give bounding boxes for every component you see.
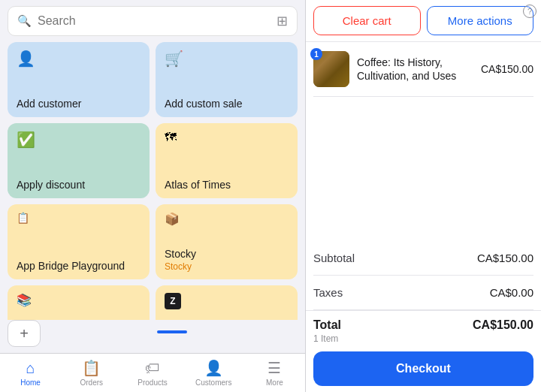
customers-icon: 👤	[204, 359, 223, 377]
grid-item-label: Add custom sale	[165, 98, 289, 110]
grid-item-add-custom-sale[interactable]: 🛒 Add custom sale	[156, 42, 298, 117]
customer-icon: 👤	[17, 50, 141, 68]
nav-item-orders[interactable]: 📋 Orders	[61, 356, 122, 390]
nav-item-customers[interactable]: 👤 Customers	[183, 356, 244, 390]
stocky-icon: 📦	[165, 212, 289, 226]
grid-view-icon[interactable]: ⊞	[277, 13, 288, 29]
grid-item-zapiet[interactable]: Z Zapiet View orders	[156, 285, 298, 320]
products-icon: 🏷	[145, 360, 160, 377]
subtotal-row: Subtotal CA$150.00	[313, 241, 533, 276]
summary-section: Subtotal CA$150.00 Taxes CA$0.00	[306, 241, 541, 310]
left-panel: 🔍 ⊞ 👤 Add customer 🛒 Add custom sale ✅ A…	[0, 0, 306, 392]
orders-icon: 📋	[82, 359, 101, 377]
grid-item-stackable[interactable]: 📚 Stackable Apply discounts	[8, 285, 150, 320]
bottom-nav: ⌂ Home 📋 Orders 🏷 Products 👤 Customers ☰…	[0, 353, 305, 392]
total-section: Total 1 Item CA$150.00 Checkout	[306, 310, 541, 392]
cart-items: 1 Coffee: Its History, Cultivation, and …	[306, 42, 541, 241]
add-row: +	[0, 320, 305, 353]
stackable-icon: 📚	[17, 293, 141, 307]
cart-item-row[interactable]: 1 Coffee: Its History, Cultivation, and …	[313, 42, 533, 97]
add-button[interactable]: +	[8, 320, 41, 347]
home-icon: ⌂	[26, 360, 35, 377]
grid-item-atlas-of-times[interactable]: 🗺 Atlas of Times	[156, 123, 298, 198]
grid-item-add-customer[interactable]: 👤 Add customer	[8, 42, 150, 117]
search-icon: 🔍	[17, 14, 32, 28]
right-panel: Clear cart More actions 1 Coffee: Its Hi…	[306, 0, 541, 392]
cart-item-name: Coffee: Its History, Cultivation, and Us…	[357, 56, 473, 83]
grid-item-label: App Bridge Playground	[17, 260, 141, 272]
grid-item-apply-discount[interactable]: ✅ Apply discount	[8, 123, 150, 198]
right-header: Clear cart More actions	[306, 0, 541, 42]
subtotal-value: CA$150.00	[477, 252, 533, 264]
search-bar: 🔍 ⊞	[8, 6, 298, 36]
nav-item-more[interactable]: ☰ More	[244, 356, 305, 390]
nav-label: More	[266, 378, 283, 387]
nav-label: Products	[138, 378, 167, 387]
more-actions-button[interactable]: More actions	[427, 6, 534, 35]
grid-item-label: Apply discount	[17, 179, 141, 191]
total-label: Total	[313, 318, 341, 332]
grid-item-label: Add customer	[17, 98, 141, 110]
discount-icon: ✅	[17, 131, 141, 149]
nav-label: Home	[20, 378, 41, 387]
grid-item-label: Atlas of Times	[165, 179, 289, 191]
search-input[interactable]	[38, 14, 270, 28]
grid-item-stocky[interactable]: 📦 Stocky Stocky	[156, 204, 298, 279]
clear-cart-button[interactable]: Clear cart	[313, 6, 421, 35]
checkout-button[interactable]: Checkout	[313, 351, 533, 386]
scroll-indicator	[157, 330, 187, 333]
more-icon: ☰	[267, 359, 281, 377]
atlas-icon: 🗺	[165, 131, 289, 144]
app-grid: 👤 Add customer 🛒 Add custom sale ✅ Apply…	[0, 42, 305, 320]
total-row: Total 1 Item CA$150.00	[313, 318, 533, 344]
quantity-badge: 1	[310, 48, 322, 60]
nav-item-products[interactable]: 🏷 Products	[122, 357, 183, 390]
zapiet-icon: Z	[165, 293, 181, 309]
subtotal-label: Subtotal	[313, 252, 355, 264]
cart-item-price: CA$150.00	[481, 63, 533, 75]
taxes-row: Taxes CA$0.00	[313, 276, 533, 310]
grid-item-sublabel: Stocky	[165, 261, 289, 272]
taxes-value: CA$0.00	[490, 286, 533, 299]
app-bridge-icon: 📋	[17, 212, 141, 224]
taxes-label: Taxes	[313, 286, 343, 299]
grid-item-app-bridge[interactable]: 📋 App Bridge Playground	[8, 204, 150, 279]
help-icon[interactable]: ?	[523, 5, 536, 18]
total-sublabel: 1 Item	[313, 333, 341, 344]
nav-item-home[interactable]: ⌂ Home	[0, 357, 61, 390]
total-value: CA$150.00	[473, 318, 533, 332]
custom-sale-icon: 🛒	[165, 50, 289, 68]
grid-item-label: Stocky	[165, 248, 289, 260]
cart-item-info: Coffee: Its History, Cultivation, and Us…	[357, 56, 473, 83]
nav-label: Customers	[195, 378, 231, 387]
nav-label: Orders	[80, 378, 104, 387]
